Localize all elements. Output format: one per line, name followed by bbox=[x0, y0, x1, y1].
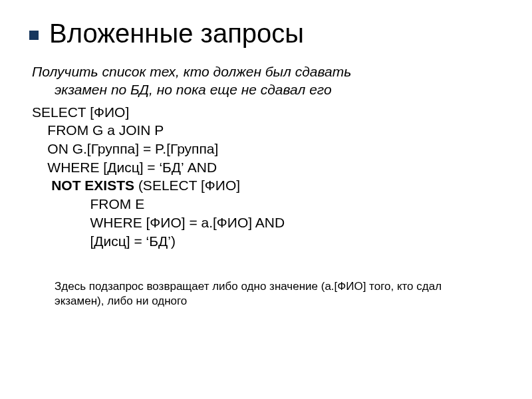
sql-not-exists: NOT EXISTS bbox=[51, 178, 134, 193]
title-bullet-icon bbox=[29, 31, 39, 40]
task-line-2: экзамен по БД, но пока еще не сдавал его bbox=[32, 80, 503, 98]
sql-line-3: ON G.[Группа] = P.[Группа] bbox=[32, 141, 218, 156]
sql-line-4: WHERE [Дисц] = ‘БД’ AND bbox=[32, 160, 217, 175]
task-line-1: Получить список тех, кто должен был сдав… bbox=[32, 64, 351, 79]
sql-line-1: SELECT [ФИО] bbox=[32, 104, 129, 120]
sql-line-8: [Дисц] = ‘БД’) bbox=[32, 233, 176, 249]
sql-line-7: WHERE [ФИО] = a.[ФИО] AND bbox=[32, 215, 285, 230]
title-row: Вложенные запросы bbox=[29, 19, 503, 48]
sql-line-5c: (SELECT [ФИО] bbox=[134, 178, 240, 193]
sql-line-5a bbox=[32, 178, 51, 193]
slide-title: Вложенные запросы bbox=[49, 19, 304, 48]
sql-line-2: FROM G a JOIN P bbox=[32, 122, 164, 138]
slide: Вложенные запросы Получить список тех, к… bbox=[0, 0, 532, 399]
slide-body: Получить список тех, кто должен был сдав… bbox=[29, 63, 503, 309]
sql-line-6: FROM E bbox=[32, 196, 144, 211]
task-text: Получить список тех, кто должен был сдав… bbox=[32, 63, 503, 99]
sub-note: Здесь подзапрос возвращает либо одно зна… bbox=[32, 279, 503, 309]
sql-block: SELECT [ФИО] FROM G a JOIN P ON G.[Групп… bbox=[32, 103, 503, 251]
